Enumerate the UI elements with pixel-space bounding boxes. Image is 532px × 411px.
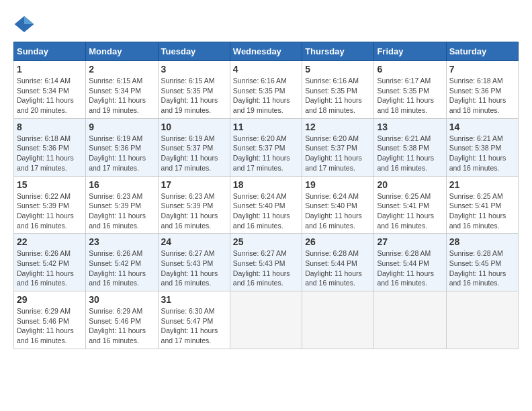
calendar-cell: 28Sunrise: 6:28 AMSunset: 5:45 PMDayligh… [446, 234, 518, 291]
calendar-cell: 10Sunrise: 6:19 AMSunset: 5:37 PMDayligh… [158, 118, 230, 176]
day-info: Sunrise: 6:29 AMSunset: 5:46 PMDaylight:… [17, 306, 83, 346]
header-cell-saturday: Saturday [446, 42, 518, 61]
calendar-body: 1Sunrise: 6:14 AMSunset: 5:34 PMDaylight… [14, 61, 519, 349]
day-number: 16 [89, 179, 154, 190]
day-info: Sunrise: 6:27 AMSunset: 5:43 PMDaylight:… [161, 248, 227, 288]
day-info: Sunrise: 6:15 AMSunset: 5:35 PMDaylight:… [161, 76, 227, 116]
day-info: Sunrise: 6:16 AMSunset: 5:35 PMDaylight:… [305, 76, 371, 116]
calendar-cell: 23Sunrise: 6:26 AMSunset: 5:42 PMDayligh… [86, 234, 158, 291]
day-number: 2 [89, 64, 154, 75]
calendar-cell: 14Sunrise: 6:21 AMSunset: 5:38 PMDayligh… [446, 118, 518, 176]
calendar-cell: 19Sunrise: 6:24 AMSunset: 5:40 PMDayligh… [302, 176, 374, 234]
calendar-cell [446, 291, 518, 349]
day-info: Sunrise: 6:26 AMSunset: 5:42 PMDaylight:… [89, 248, 154, 288]
calendar-cell: 21Sunrise: 6:25 AMSunset: 5:41 PMDayligh… [446, 176, 518, 234]
calendar-cell: 30Sunrise: 6:29 AMSunset: 5:46 PMDayligh… [86, 291, 158, 349]
day-info: Sunrise: 6:20 AMSunset: 5:37 PMDaylight:… [305, 134, 371, 173]
day-number: 28 [449, 236, 515, 247]
day-number: 3 [161, 64, 227, 75]
calendar-week: 15Sunrise: 6:22 AMSunset: 5:39 PMDayligh… [14, 176, 519, 234]
calendar-cell: 18Sunrise: 6:24 AMSunset: 5:40 PMDayligh… [230, 176, 302, 234]
day-number: 27 [377, 236, 443, 247]
calendar-cell: 5Sunrise: 6:16 AMSunset: 5:35 PMDaylight… [302, 61, 374, 119]
day-number: 23 [89, 236, 154, 247]
day-info: Sunrise: 6:18 AMSunset: 5:36 PMDaylight:… [449, 76, 515, 116]
calendar-cell: 6Sunrise: 6:17 AMSunset: 5:35 PMDaylight… [374, 61, 446, 119]
calendar-cell: 11Sunrise: 6:20 AMSunset: 5:37 PMDayligh… [230, 118, 302, 176]
day-info: Sunrise: 6:23 AMSunset: 5:39 PMDaylight:… [161, 191, 227, 231]
logo [13, 13, 38, 35]
calendar-cell: 16Sunrise: 6:23 AMSunset: 5:39 PMDayligh… [86, 176, 158, 234]
day-number: 6 [377, 64, 443, 75]
day-number: 22 [17, 236, 83, 247]
calendar-cell: 31Sunrise: 6:30 AMSunset: 5:47 PMDayligh… [158, 291, 230, 349]
day-number: 17 [161, 179, 227, 190]
calendar-cell: 24Sunrise: 6:27 AMSunset: 5:43 PMDayligh… [158, 234, 230, 291]
svg-marker-1 [24, 16, 34, 24]
day-number: 10 [161, 122, 227, 132]
calendar-cell: 20Sunrise: 6:25 AMSunset: 5:41 PMDayligh… [374, 176, 446, 234]
calendar-week: 22Sunrise: 6:26 AMSunset: 5:42 PMDayligh… [14, 234, 519, 291]
header-cell-sunday: Sunday [14, 42, 86, 61]
calendar-cell: 8Sunrise: 6:18 AMSunset: 5:36 PMDaylight… [14, 118, 86, 176]
day-number: 19 [305, 179, 371, 190]
day-number: 31 [161, 294, 227, 305]
day-info: Sunrise: 6:19 AMSunset: 5:37 PMDaylight:… [161, 134, 227, 173]
day-info: Sunrise: 6:18 AMSunset: 5:36 PMDaylight:… [17, 134, 83, 173]
day-number: 25 [233, 236, 299, 247]
day-number: 15 [17, 179, 83, 190]
day-info: Sunrise: 6:17 AMSunset: 5:35 PMDaylight:… [377, 76, 443, 116]
day-number: 4 [233, 64, 299, 75]
day-info: Sunrise: 6:24 AMSunset: 5:40 PMDaylight:… [233, 191, 299, 231]
day-info: Sunrise: 6:28 AMSunset: 5:44 PMDaylight:… [377, 248, 443, 288]
calendar-cell: 1Sunrise: 6:14 AMSunset: 5:34 PMDaylight… [14, 61, 86, 119]
logo-icon [13, 13, 35, 35]
calendar-header: SundayMondayTuesdayWednesdayThursdayFrid… [14, 42, 519, 61]
day-info: Sunrise: 6:15 AMSunset: 5:34 PMDaylight:… [89, 76, 154, 116]
calendar-cell: 3Sunrise: 6:15 AMSunset: 5:35 PMDaylight… [158, 61, 230, 119]
day-number: 20 [377, 179, 443, 190]
day-info: Sunrise: 6:28 AMSunset: 5:45 PMDaylight:… [449, 248, 515, 288]
day-info: Sunrise: 6:24 AMSunset: 5:40 PMDaylight:… [305, 191, 371, 231]
day-number: 30 [89, 294, 154, 305]
calendar-cell: 12Sunrise: 6:20 AMSunset: 5:37 PMDayligh… [302, 118, 374, 176]
day-info: Sunrise: 6:16 AMSunset: 5:35 PMDaylight:… [233, 76, 299, 116]
header-cell-wednesday: Wednesday [230, 42, 302, 61]
day-number: 9 [89, 122, 154, 132]
day-info: Sunrise: 6:25 AMSunset: 5:41 PMDaylight:… [377, 191, 443, 231]
header-cell-thursday: Thursday [302, 42, 374, 61]
day-number: 21 [449, 179, 515, 190]
day-number: 8 [17, 122, 83, 132]
calendar-cell: 17Sunrise: 6:23 AMSunset: 5:39 PMDayligh… [158, 176, 230, 234]
calendar-cell: 22Sunrise: 6:26 AMSunset: 5:42 PMDayligh… [14, 234, 86, 291]
calendar-cell: 15Sunrise: 6:22 AMSunset: 5:39 PMDayligh… [14, 176, 86, 234]
calendar-cell [374, 291, 446, 349]
calendar-table: SundayMondayTuesdayWednesdayThursdayFrid… [13, 42, 519, 349]
day-info: Sunrise: 6:23 AMSunset: 5:39 PMDaylight:… [89, 191, 154, 231]
day-info: Sunrise: 6:27 AMSunset: 5:43 PMDaylight:… [233, 248, 299, 288]
day-info: Sunrise: 6:30 AMSunset: 5:47 PMDaylight:… [161, 306, 227, 346]
calendar-cell: 4Sunrise: 6:16 AMSunset: 5:35 PMDaylight… [230, 61, 302, 119]
page-header [13, 13, 519, 35]
day-number: 12 [305, 122, 371, 132]
calendar-cell: 7Sunrise: 6:18 AMSunset: 5:36 PMDaylight… [446, 61, 518, 119]
day-number: 1 [17, 64, 83, 75]
calendar-cell [302, 291, 374, 349]
day-info: Sunrise: 6:20 AMSunset: 5:37 PMDaylight:… [233, 134, 299, 173]
day-number: 26 [305, 236, 371, 247]
header-cell-tuesday: Tuesday [158, 42, 230, 61]
day-info: Sunrise: 6:26 AMSunset: 5:42 PMDaylight:… [17, 248, 83, 288]
calendar-week: 1Sunrise: 6:14 AMSunset: 5:34 PMDaylight… [14, 61, 519, 119]
calendar-cell: 29Sunrise: 6:29 AMSunset: 5:46 PMDayligh… [14, 291, 86, 349]
calendar-cell: 9Sunrise: 6:19 AMSunset: 5:36 PMDaylight… [86, 118, 158, 176]
day-info: Sunrise: 6:25 AMSunset: 5:41 PMDaylight:… [449, 191, 515, 231]
calendar-cell: 26Sunrise: 6:28 AMSunset: 5:44 PMDayligh… [302, 234, 374, 291]
day-info: Sunrise: 6:21 AMSunset: 5:38 PMDaylight:… [377, 134, 443, 173]
day-info: Sunrise: 6:29 AMSunset: 5:46 PMDaylight:… [89, 306, 154, 346]
day-number: 14 [449, 122, 515, 132]
day-number: 7 [449, 64, 515, 75]
day-number: 24 [161, 236, 227, 247]
calendar-cell [230, 291, 302, 349]
day-number: 5 [305, 64, 371, 75]
calendar-cell: 13Sunrise: 6:21 AMSunset: 5:38 PMDayligh… [374, 118, 446, 176]
